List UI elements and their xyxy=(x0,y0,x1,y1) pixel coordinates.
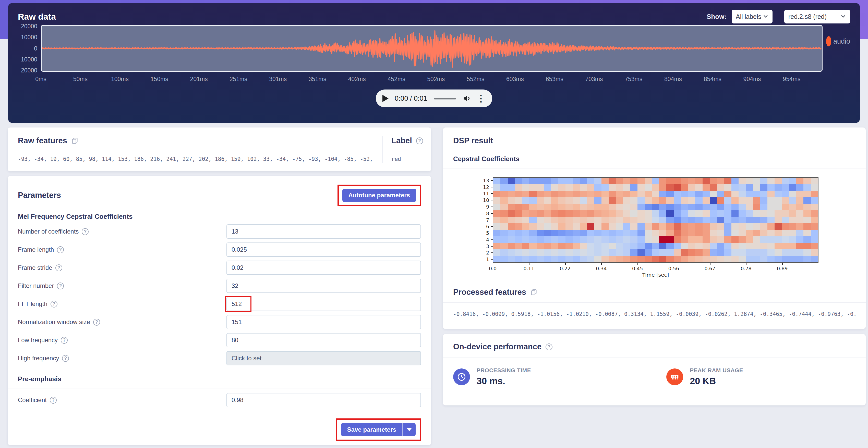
parameter-row: Low frequency?80 xyxy=(18,333,421,347)
parameter-label: Coefficient? xyxy=(18,397,57,404)
player-progress-bar[interactable] xyxy=(434,98,456,99)
parameter-row: Normalization window size?151 xyxy=(18,315,421,329)
processing-time-label: PROCESSING TIME xyxy=(477,367,531,374)
parameter-label: Filter number? xyxy=(18,282,64,289)
help-icon[interactable]: ? xyxy=(50,397,57,404)
audio-player[interactable]: 0:00 / 0:01 ⋮ xyxy=(376,90,492,107)
waveform-legend: audio xyxy=(823,36,850,46)
volume-icon[interactable] xyxy=(463,94,472,103)
parameters-card: Parameters Autotune parameters Mel Frequ… xyxy=(8,176,431,445)
normalization-window-size-input[interactable]: 151 xyxy=(226,315,421,329)
chevron-down-icon xyxy=(763,13,769,21)
heatmap-x-tick: 0.78 xyxy=(741,266,751,271)
help-icon[interactable]: ? xyxy=(57,246,64,253)
help-icon[interactable]: ? xyxy=(82,228,89,235)
heatmap-x-tick: 0.0 xyxy=(489,266,497,271)
help-icon[interactable]: ? xyxy=(61,337,68,344)
number-of-coefficients-input[interactable]: 13 xyxy=(226,225,421,239)
fft-length-input[interactable]: 512 xyxy=(226,297,421,311)
player-menu-icon[interactable]: ⋮ xyxy=(476,94,486,103)
clock-icon xyxy=(453,369,470,385)
frame-length-input[interactable]: 0.025 xyxy=(226,242,421,257)
waveform-y-tick: -20000 xyxy=(19,67,37,74)
player-time: 0:00 / 0:01 xyxy=(395,95,427,103)
performance-card: On-device performance ? PROCESSING TIME … xyxy=(443,334,866,405)
heatmap-x-tick: 0.89 xyxy=(777,266,787,271)
waveform-x-tick: 653ms xyxy=(546,76,563,82)
waveform-x-tick: 0ms xyxy=(35,76,46,82)
waveform-x-tick: 452ms xyxy=(388,76,405,82)
caret-down-icon xyxy=(407,428,411,431)
parameter-row: FFT length?512 xyxy=(18,297,421,311)
high-frequency-input[interactable]: Click to set xyxy=(226,351,421,366)
waveform-y-tick: 20000 xyxy=(21,23,37,30)
frame-stride-input[interactable]: 0.02 xyxy=(226,261,421,275)
parameter-row: Filter number?32 xyxy=(18,279,421,293)
heatmap-x-label: Time [sec] xyxy=(493,272,818,278)
play-icon[interactable] xyxy=(382,95,389,102)
parameters-title: Parameters xyxy=(18,191,61,200)
parameter-label: FFT length? xyxy=(18,300,57,308)
heatmap-y-axis: 13121110987654321 xyxy=(453,177,493,263)
heatmap-y-tick: 2 xyxy=(486,250,489,255)
processing-time-metric: PROCESSING TIME 30 ms. xyxy=(453,367,666,386)
autotune-parameters-button[interactable]: Autotune parameters xyxy=(342,189,416,202)
parameter-label: Frame stride? xyxy=(18,264,62,271)
low-frequency-input[interactable]: 80 xyxy=(226,333,421,347)
help-icon[interactable]: ? xyxy=(55,265,62,271)
copy-icon[interactable] xyxy=(71,137,79,144)
heatmap-y-tick: 8 xyxy=(486,211,489,216)
heatmap-y-tick: 6 xyxy=(486,223,489,229)
waveform-plot[interactable] xyxy=(41,25,823,72)
heatmap-y-tick: 12 xyxy=(483,184,489,190)
parameter-row: Number of coefficients?13 xyxy=(18,225,421,239)
copy-icon[interactable] xyxy=(530,289,537,296)
save-options-button[interactable] xyxy=(402,423,415,436)
help-icon[interactable]: ? xyxy=(93,319,100,325)
preemphasis-section-heading: Pre-emphasis xyxy=(18,375,421,383)
parameter-row: Coefficient?0.98 xyxy=(18,393,421,407)
waveform-x-tick: 402ms xyxy=(348,76,366,82)
peak-ram-label: PEAK RAM USAGE xyxy=(690,367,743,374)
peak-ram-value: 20 KB xyxy=(690,376,743,386)
filter-number-input[interactable]: 32 xyxy=(226,279,421,293)
parameter-label: Low frequency? xyxy=(18,337,68,344)
labels-filter-select[interactable]: All labels xyxy=(732,10,773,24)
raw-data-card: Raw data Show: All labels red.2.s8 (red)… xyxy=(8,3,860,123)
help-icon[interactable]: ? xyxy=(57,282,64,289)
dsp-result-title: DSP result xyxy=(453,136,856,145)
raw-features-values: -93, -34, 19, 60, 85, 98, 114, 153, 186,… xyxy=(18,156,374,162)
cepstral-heading: Cepstral Coefficients xyxy=(453,155,856,163)
coefficient-input[interactable]: 0.98 xyxy=(226,393,421,407)
label-value: red xyxy=(391,156,421,162)
parameter-row: Frame stride?0.02 xyxy=(18,261,421,275)
help-icon[interactable]: ? xyxy=(51,301,57,308)
heatmap-y-tick: 13 xyxy=(483,178,489,183)
divider xyxy=(443,302,866,303)
ram-chip-icon xyxy=(666,369,683,385)
heatmap-y-tick: 10 xyxy=(483,197,489,203)
save-parameters-button[interactable]: Save parameters xyxy=(341,423,402,436)
waveform-x-tick: 50ms xyxy=(73,76,88,82)
heatmap-y-tick: 3 xyxy=(486,243,489,249)
parameter-label: Number of coefficients? xyxy=(18,228,89,235)
parameter-label: Frame length? xyxy=(18,246,64,253)
help-icon[interactable]: ? xyxy=(416,137,423,144)
waveform-x-tick: 804ms xyxy=(664,76,682,82)
waveform-y-axis: 20000100000-10000-20000 xyxy=(18,25,41,72)
mfcc-section-heading: Mel Frequency Cepstral Coefficients xyxy=(18,213,421,220)
heatmap-x-tick: 0.56 xyxy=(669,266,679,271)
heatmap-y-tick: 9 xyxy=(486,204,489,210)
sample-select[interactable]: red.2.s8 (red) xyxy=(784,10,850,24)
waveform-x-tick: 753ms xyxy=(625,76,642,82)
heatmap-x-tick: 0.22 xyxy=(560,266,570,271)
help-icon[interactable]: ? xyxy=(62,355,69,362)
waveform-x-tick: 251ms xyxy=(229,76,247,82)
annotation-box-autotune: Autotune parameters xyxy=(338,184,421,206)
heatmap-y-tick: 7 xyxy=(486,217,489,223)
heatmap-x-axis: 0.00.110.220.340.450.560.670.780.89 xyxy=(493,263,818,271)
waveform-x-axis: 0ms50ms100ms150ms201ms251ms301ms351ms402… xyxy=(41,73,823,85)
help-icon[interactable]: ? xyxy=(546,343,553,350)
heatmap-x-tick: 0.45 xyxy=(632,266,643,271)
waveform-y-tick: -10000 xyxy=(19,56,37,63)
